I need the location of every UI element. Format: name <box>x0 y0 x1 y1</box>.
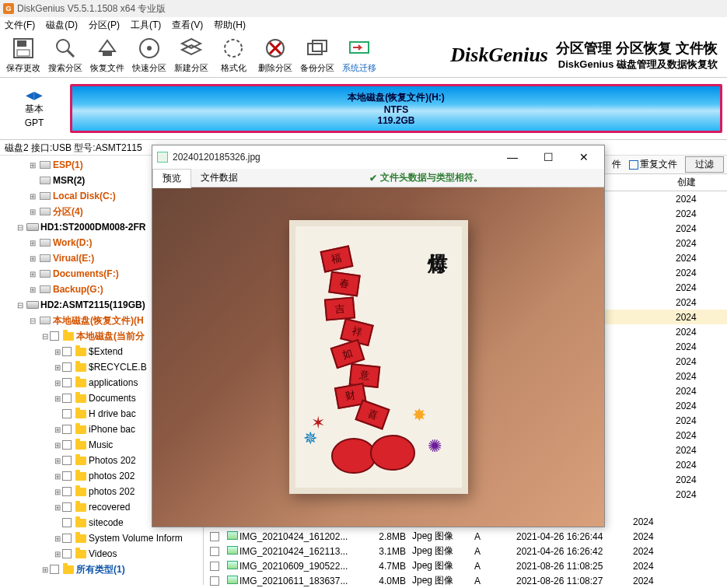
tree-checkbox[interactable] <box>62 425 72 434</box>
preview-window[interactable]: 20240120185326.jpg ― ☐ ✕ 预览 文件数据 ✔文件头数据与… <box>152 145 605 527</box>
tree-checkbox[interactable] <box>62 394 72 403</box>
search-partition-button[interactable]: 搜索分区 <box>45 34 86 76</box>
tree-expander[interactable]: ⊞ <box>28 208 37 216</box>
tree-expander[interactable]: ⊞ <box>53 488 62 496</box>
tree-checkbox[interactable] <box>62 534 72 543</box>
tree-expander[interactable]: ⊞ <box>28 270 37 278</box>
disk-graph: ◀▶ 基本 GPT 本地磁盘(恢复文件)(H:) NTFS 119.2GB <box>0 78 727 140</box>
tree-checkbox[interactable] <box>62 549 72 558</box>
tree-expander[interactable]: ⊞ <box>53 363 62 372</box>
menu-disk[interactable]: 磁盘(D) <box>46 19 78 32</box>
preview-body: 爆竹 福 春 吉 祥 如 意 财 喜 ✶ ✸ ✺ ✵ <box>152 187 604 527</box>
repeat-files-checkbox[interactable]: 重复文件 <box>629 158 677 171</box>
delete-icon <box>263 36 288 61</box>
tree-expander[interactable]: ⊟ <box>16 301 25 310</box>
tree-expander[interactable]: ⊞ <box>28 285 37 294</box>
quick-partition-button[interactable]: 快速分区 <box>129 34 170 76</box>
partition-bar[interactable]: 本地磁盘(恢复文件)(H:) NTFS 119.2GB <box>70 84 722 133</box>
image-icon <box>227 531 238 540</box>
tree-checkbox[interactable] <box>62 456 72 465</box>
tree-expander[interactable]: ⊞ <box>28 161 37 170</box>
file-row[interactable]: IMG_20210609_190522...4.7MBJpeg 图像A2021-… <box>204 558 727 573</box>
tree-expander[interactable]: ⊞ <box>53 534 62 543</box>
app-title: DiskGenius V5.5.1.1508 x64 专业版 <box>17 2 166 16</box>
tree-checkbox[interactable] <box>62 409 72 418</box>
row-checkbox[interactable] <box>210 532 219 541</box>
tree-expander[interactable]: ⊞ <box>40 565 50 574</box>
format-button[interactable]: 格式化 <box>213 34 253 76</box>
tree-checkbox[interactable] <box>62 471 72 481</box>
preview-title-bar[interactable]: 20240120185326.jpg ― ☐ ✕ <box>152 145 604 169</box>
backup-partition-button[interactable]: 备份分区 <box>297 34 337 76</box>
row-checkbox[interactable] <box>210 576 219 586</box>
close-button[interactable]: ✕ <box>568 146 599 168</box>
file-row[interactable]: IMG_20210424_162113...3.1MBJpeg 图像A2021-… <box>204 544 727 558</box>
folder-icon <box>62 331 75 341</box>
row-checkbox[interactable] <box>210 562 219 571</box>
svg-marker-9 <box>182 45 201 54</box>
tree-expander[interactable]: ⊞ <box>53 457 62 465</box>
tree-expander[interactable]: ⊞ <box>53 394 62 403</box>
cell-create: 2024 <box>673 223 727 234</box>
menu-view[interactable]: 查看(V) <box>172 19 203 32</box>
delete-partition-button[interactable]: 删除分区 <box>255 34 295 76</box>
cell-name: IMG_20210611_183637... <box>227 576 359 586</box>
tree-checkbox[interactable] <box>62 378 72 387</box>
tree-expander[interactable]: ⊟ <box>16 223 25 232</box>
file-row[interactable]: IMG_20210611_183637...4.0MBJpeg 图像A2021-… <box>204 573 727 588</box>
tree-checkbox[interactable] <box>62 487 72 496</box>
tree-item[interactable]: ⊞所有类型(1) <box>0 562 203 577</box>
minimize-button[interactable]: ― <box>497 146 528 168</box>
file-row[interactable]: IMG_20210424_161202...2.8MBJpeg 图像A2021-… <box>204 529 727 544</box>
cell-attr: A <box>474 561 516 572</box>
tree-item[interactable]: ⊞System Volume Inform <box>0 530 203 546</box>
recover-files-button[interactable]: 恢复文件 <box>87 34 128 76</box>
cell-create: 2024 <box>673 194 727 205</box>
filter-button[interactable]: 过滤 <box>685 156 724 173</box>
nav-arrows-icon[interactable]: ◀▶ <box>26 89 43 101</box>
tree-expander[interactable]: ⊞ <box>53 503 62 512</box>
folder-icon <box>75 517 87 528</box>
tree-label: 所有类型(1) <box>76 563 125 576</box>
system-migrate-button[interactable]: 系统迁移 <box>339 34 379 76</box>
tree-expander[interactable]: ⊞ <box>53 348 62 356</box>
tree-expander[interactable]: ⊞ <box>53 425 62 434</box>
toolbar: 保存更改 搜索分区 恢复文件 快速分区 新建分区 格式化 删除分区 备份分区 系… <box>0 33 727 78</box>
tree-checkbox[interactable] <box>50 565 59 574</box>
tab-file-data[interactable]: 文件数据 <box>191 169 247 187</box>
menu-partition[interactable]: 分区(P) <box>89 19 120 32</box>
tree-expander[interactable]: ⊞ <box>28 254 37 263</box>
tree-item[interactable]: ⊞Videos <box>0 546 203 562</box>
cell-create: 2024 <box>673 474 727 485</box>
tree-expander[interactable]: ⊞ <box>53 441 62 450</box>
tree-expander[interactable]: ⊞ <box>53 379 62 387</box>
row-checkbox[interactable] <box>210 547 219 556</box>
tree-label: Local Disk(C:) <box>53 191 116 201</box>
tree-label: ESP(1) <box>53 159 83 170</box>
col-create[interactable]: 创建 <box>673 176 727 189</box>
tree-expander[interactable]: ⊟ <box>28 317 37 325</box>
tree-expander[interactable]: ⊞ <box>28 192 37 201</box>
tree-checkbox[interactable] <box>50 331 59 341</box>
maximize-button[interactable]: ☐ <box>533 146 564 168</box>
cell-type: Jpeg 图像 <box>412 559 474 572</box>
folder-icon <box>62 564 75 575</box>
tree-label: System Volume Inform <box>89 533 183 544</box>
tree-checkbox[interactable] <box>62 518 72 527</box>
tree-expander[interactable]: ⊞ <box>53 550 62 558</box>
brand-area: DiskGenius 分区管理 分区恢复 文件恢 DiskGenius 磁盘管理… <box>381 39 724 72</box>
new-partition-button[interactable]: 新建分区 <box>171 34 211 76</box>
tree-expander[interactable]: ⊞ <box>53 472 62 481</box>
menu-tools[interactable]: 工具(T) <box>131 19 161 32</box>
menu-help[interactable]: 帮助(H) <box>214 19 246 32</box>
menu-file[interactable]: 文件(F) <box>5 19 35 32</box>
tree-checkbox[interactable] <box>62 362 72 372</box>
tree-expander[interactable]: ⊟ <box>40 332 50 341</box>
tab-preview[interactable]: 预览 <box>152 169 191 188</box>
tree-checkbox[interactable] <box>62 440 72 450</box>
svg-point-7 <box>147 46 152 51</box>
save-button[interactable]: 保存更改 <box>3 34 44 76</box>
tree-expander[interactable]: ⊞ <box>28 239 37 247</box>
tree-checkbox[interactable] <box>62 347 72 356</box>
tree-checkbox[interactable] <box>62 502 72 512</box>
